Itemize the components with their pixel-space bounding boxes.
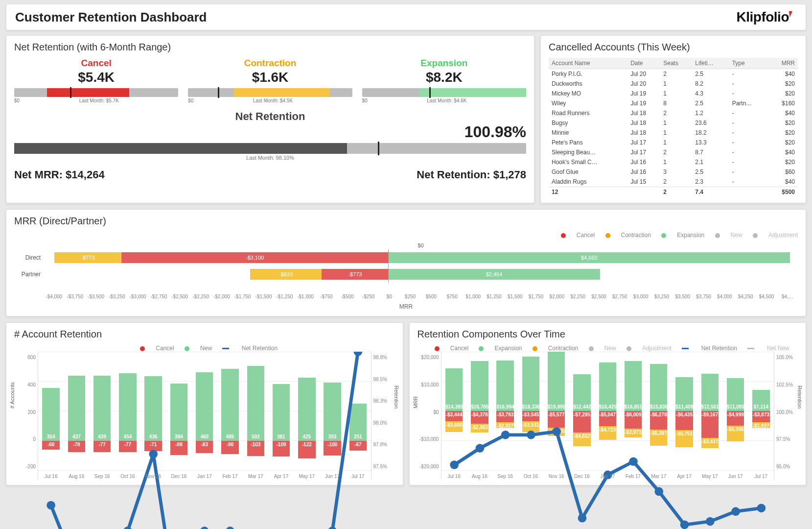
- table-header[interactable]: Seats: [660, 58, 692, 69]
- table-header[interactable]: Lifeti…: [692, 58, 729, 69]
- chart-column: 460-83: [194, 352, 215, 470]
- net-retention-value: 100.98%: [14, 123, 526, 141]
- table-row[interactable]: Porky P.I.G.Jul 2022.5-$40: [549, 69, 798, 79]
- table-row[interactable]: DuckworthsJul 2018.2-$20: [549, 79, 798, 89]
- chart-column: $16,994-$3,793-$2,027: [494, 352, 516, 470]
- chart-column: 354-60: [40, 352, 62, 470]
- chart-column: 503-103: [245, 352, 266, 470]
- table-row[interactable]: BugsyJul 18123.6-$20: [549, 118, 798, 128]
- kpi-cancel: Cancel $5.4K $0Last Month: $5.7K: [14, 58, 178, 103]
- chart-column: $12,501-$9,167-$3,437: [699, 352, 720, 470]
- cancelled-table: Account NameDateSeatsLifeti…TypeMRR Pork…: [549, 58, 798, 197]
- svg-point-6: [200, 527, 209, 529]
- svg-point-24: [731, 507, 740, 516]
- chart-column: 384-98: [168, 352, 189, 470]
- svg-point-3: [123, 527, 132, 529]
- chart-column: 393-100: [322, 352, 343, 470]
- chart-column: 251-67: [347, 352, 369, 470]
- retention-components-chart: MRR Retention $20,000$10,000$0-$10,000-$…: [418, 352, 798, 479]
- mrr-panel: MRR (Direct/Partner) Cancel Contraction …: [6, 209, 806, 316]
- chart-column: 485-90: [219, 352, 241, 470]
- chart-column: $16,851-$6,009-$2,971: [622, 352, 644, 470]
- chart-column: $14,395-$3,444-$3,600: [443, 352, 465, 470]
- chart-column: 454-77: [117, 352, 139, 470]
- hbar-row: Direct-$773-$3,100$4,660: [14, 249, 798, 266]
- kpi-expansion: Expansion $8.2K $0Last Month: $4.6K: [362, 58, 526, 103]
- table-row[interactable]: Road RunnersJul 1821.2-$40: [549, 108, 798, 118]
- table-header[interactable]: Account Name: [549, 58, 627, 69]
- account-retention-chart: # Accounts Retention 6004002000-200 354-…: [14, 352, 395, 479]
- panel-title: Net Retention (with 6-Month Range): [14, 42, 526, 53]
- kpi-contraction: Contraction $1.6K $0Last Month: $4.5K: [188, 58, 352, 103]
- table-row[interactable]: Goof GlueJul 1632.5-$60: [549, 167, 798, 177]
- svg-point-21: [654, 487, 663, 496]
- chart-column: $15,836-$6,278-$5,397: [648, 352, 670, 470]
- brand-logo: Klipfolio: [737, 9, 797, 25]
- svg-point-7: [226, 527, 234, 529]
- header: Customer Retention Dashboard Klipfolio: [6, 4, 806, 30]
- chart-column: $18,336-$3,545-$3,531: [520, 352, 541, 470]
- chart-column: 425-122: [296, 352, 318, 470]
- table-header[interactable]: Date: [627, 58, 660, 69]
- svg-point-23: [705, 517, 714, 526]
- svg-point-18: [578, 514, 586, 523]
- chart-column: 439-77: [92, 352, 113, 470]
- chart-column: $11,099-$4,999-$5,306: [724, 352, 746, 470]
- svg-point-0: [46, 501, 55, 510]
- page-title: Customer Retention Dashboard: [15, 10, 207, 25]
- table-row[interactable]: Aladdin RugsJul 1522.3-$40: [549, 177, 798, 187]
- account-retention-panel: # Account Retention Cancel New Net Reten…: [6, 322, 403, 485]
- table-row[interactable]: Hook's Small C…Jul 1612.1-$20: [549, 157, 798, 167]
- hbar-row: Partner-$833-$773$2,454: [14, 266, 798, 283]
- table-row[interactable]: Sleeping Beau…Jul 1728.7-$40: [549, 147, 798, 157]
- retention-components-legend: Cancel Expansion Contraction New Adjustm…: [418, 345, 798, 352]
- chart-column: $16,785-$4,378-$2,903: [469, 352, 490, 470]
- net-retention-dollar: Net Retention: $1,278: [417, 168, 526, 181]
- svg-point-25: [757, 504, 766, 513]
- table-row[interactable]: Mickey MOJul 1914.3-$20: [549, 89, 798, 98]
- net-retention-panel: Net Retention (with 6-Month Range) Cance…: [6, 35, 534, 203]
- table-header[interactable]: Type: [729, 58, 768, 69]
- chart-column: $12,442-$7,295-$4,652: [571, 352, 593, 470]
- svg-point-11: [328, 527, 337, 529]
- retention-components-panel: Retention Components Over Time Cancel Ex…: [409, 322, 807, 485]
- chart-column: 437-78: [66, 352, 87, 470]
- net-retention-title: Net Retention: [14, 110, 526, 123]
- chart-column: $19,995-$5,577-$2,926: [546, 352, 567, 470]
- table-row[interactable]: Pete's PansJul 17113.3-$20: [549, 138, 798, 147]
- chart-column: $7,114-$3,873-$1,927: [750, 352, 772, 470]
- cancelled-accounts-panel: Cancelled Accounts (This Week) Account N…: [540, 35, 806, 203]
- chart-column: 436-71: [142, 352, 164, 470]
- chart-column: $11,409-$6,435-$5,751: [673, 352, 695, 470]
- chart-column: $16,425-$5,047-$4,723: [597, 352, 618, 470]
- account-retention-legend: Cancel New Net Retention: [14, 345, 395, 352]
- mrr-legend: Cancel Contraction Expansion New Adjustm…: [14, 232, 798, 239]
- svg-point-22: [680, 521, 689, 529]
- table-header[interactable]: MRR: [768, 58, 798, 69]
- net-mrr: Net MRR: $14,264: [14, 168, 105, 181]
- chart-column: 381-109: [270, 352, 292, 470]
- table-row[interactable]: WileyJul 1982.5Partn…$160: [549, 98, 798, 108]
- table-row[interactable]: MinnieJul 18118.2-$20: [549, 128, 798, 138]
